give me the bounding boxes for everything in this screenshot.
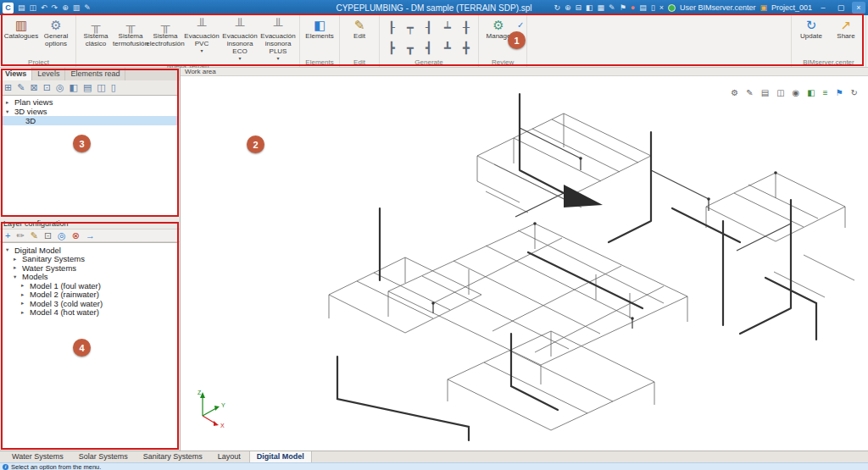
tab-views[interactable]: Views: [0, 68, 32, 80]
update-button[interactable]: ↻ Update: [794, 17, 828, 48]
manage-icon: ⚙: [492, 17, 504, 33]
sistema-termofusion-button[interactable]: ╥ Sistema termofusión: [114, 17, 147, 48]
monitor-view-icon[interactable]: ▯: [111, 82, 116, 93]
cube-icon[interactable]: ◧: [586, 3, 593, 12]
chevron-down-icon[interactable]: ▾: [238, 56, 241, 62]
chevron-down-icon[interactable]: ▾: [6, 108, 12, 115]
generate-pipe-button[interactable]: ┫: [426, 41, 432, 54]
record-icon[interactable]: ●: [631, 3, 635, 12]
window-view-icon[interactable]: ◫: [97, 82, 105, 93]
open-icon[interactable]: ◫: [30, 3, 37, 12]
tree-item-model-3[interactable]: ▸ Model 3 (cold water): [3, 299, 177, 308]
edit-icon[interactable]: ✎: [84, 3, 91, 12]
tab-layout[interactable]: Layout: [211, 451, 248, 462]
chevron-right-icon[interactable]: ▸: [14, 256, 19, 263]
annotate-icon[interactable]: ✎: [609, 3, 615, 12]
close-button[interactable]: ×: [852, 2, 865, 14]
manage-button[interactable]: ⚙ Manage: [481, 17, 515, 48]
edit-layer-icon[interactable]: ✎: [31, 230, 38, 241]
review-check-icon[interactable]: ✓: [517, 35, 524, 44]
application-window: C ▤ ◫ ↶ ↷ ⊕ ▥ ✎ CYPEPLUMBING - DM sample…: [0, 0, 868, 470]
tree-item-model-2[interactable]: ▸ Model 2 (rainwater): [3, 290, 177, 300]
tree-item-plan-views[interactable]: ▸ Plan views: [3, 97, 177, 107]
general-options-button[interactable]: ⚙ General options: [39, 17, 73, 48]
sheet-icon[interactable]: ▤: [639, 3, 647, 12]
tab-digital-model[interactable]: Digital Model: [249, 451, 312, 462]
sistema-electrofusion-button[interactable]: ╥ Sistema electrofusión: [148, 17, 182, 48]
chevron-right-icon[interactable]: ▸: [21, 282, 27, 289]
print-view-icon[interactable]: ▤: [83, 82, 92, 93]
tab-sanitary-systems[interactable]: Sanitary Systems: [136, 451, 209, 462]
drawing-canvas[interactable]: ⚙ ✎ ▤ ◫ ◉ ◧ ≡ ⚑ ↻: [181, 76, 868, 451]
share-button[interactable]: ↗ Share: [829, 17, 863, 48]
app-logo-icon[interactable]: C: [3, 3, 14, 14]
chevron-down-icon[interactable]: ▾: [200, 48, 203, 54]
sistema-clasico-button[interactable]: ╥ Sistema clásico: [79, 17, 113, 48]
chevron-right-icon[interactable]: ▸: [21, 309, 27, 316]
evacuacion-eco-button[interactable]: ╨ Evacuación insonora ECO ▾: [221, 17, 259, 62]
chevron-right-icon[interactable]: ▸: [6, 99, 12, 106]
new-view-icon[interactable]: ⊞: [4, 82, 12, 93]
evacuacion-plus-button[interactable]: ╨ Evacuación insonora PLUS ▾: [259, 17, 297, 62]
tab-water-systems[interactable]: Water Systems: [5, 451, 70, 462]
erase-layer-icon[interactable]: ✏: [16, 230, 24, 241]
chevron-down-icon[interactable]: ▾: [14, 274, 19, 280]
delete-layer-icon[interactable]: ⊗: [72, 230, 80, 241]
print-icon[interactable]: ▥: [73, 3, 81, 12]
duplicate-layer-icon[interactable]: ⊡: [44, 230, 52, 241]
generate-pipe-button[interactable]: ┳: [407, 41, 414, 54]
project-label[interactable]: Project_001: [771, 3, 812, 12]
add-layer-icon[interactable]: +: [5, 230, 10, 241]
generate-pipe-button[interactable]: ┷: [444, 21, 451, 34]
chevron-right-icon[interactable]: ▸: [21, 291, 27, 298]
edit-button[interactable]: ✎ Edit: [342, 17, 376, 48]
review-check-icon[interactable]: ✓: [517, 20, 524, 30]
generate-pipe-button[interactable]: ┣: [388, 41, 395, 54]
redo-icon[interactable]: ↷: [52, 3, 58, 12]
search-icon[interactable]: ⊕: [565, 3, 571, 12]
save-icon[interactable]: ▤: [18, 3, 25, 12]
undo-icon[interactable]: ↶: [41, 3, 47, 12]
duplicate-view-icon[interactable]: ⊡: [43, 82, 51, 93]
window-icon[interactable]: ▯: [651, 3, 655, 12]
chevron-down-icon[interactable]: ▾: [276, 56, 279, 62]
evacuacion-pvc-button[interactable]: ╨ Evacuación PVC ▾: [183, 17, 220, 54]
delete-view-icon[interactable]: ⊠: [30, 82, 37, 93]
generate-pipe-button[interactable]: ╋: [463, 41, 470, 54]
tree-item-digital-model[interactable]: ▾ Digital Model: [3, 246, 177, 255]
tree-item-models[interactable]: ▾ Models: [3, 273, 177, 282]
tab-solar-systems[interactable]: Solar Systems: [72, 451, 135, 462]
elements-button[interactable]: ◧ Elements: [303, 17, 337, 48]
move-layer-icon[interactable]: →: [86, 230, 95, 241]
grid-icon[interactable]: ▦: [598, 3, 605, 12]
generate-pipe-button[interactable]: ╂: [463, 21, 470, 34]
tree-item-model-1[interactable]: ▸ Model 1 (foul water): [3, 281, 177, 290]
zoom-icon[interactable]: ⊕: [62, 3, 69, 12]
configure-layer-icon[interactable]: ◎: [58, 230, 66, 241]
camera-view-icon[interactable]: ◎: [56, 82, 64, 93]
close-view-icon[interactable]: ×: [659, 3, 664, 12]
chevron-right-icon[interactable]: ▸: [21, 300, 27, 307]
chevron-right-icon[interactable]: ▸: [14, 264, 19, 271]
tab-elements-read[interactable]: Elements read: [65, 68, 125, 80]
maximize-button[interactable]: ▢: [834, 2, 848, 14]
catalogues-button[interactable]: ▥ Catalogues: [4, 17, 38, 48]
view-3d-icon[interactable]: ◧: [69, 82, 77, 93]
tree-item-3d-views[interactable]: ▾ 3D views: [3, 107, 177, 116]
generate-pipe-button[interactable]: ┻: [444, 41, 451, 54]
panel-icon[interactable]: ⊟: [576, 3, 582, 12]
user-label[interactable]: User BIMserver.center: [680, 3, 756, 12]
tree-item-sanitary-systems[interactable]: ▸ Sanitary Systems: [3, 255, 177, 264]
generate-pipe-button[interactable]: ┠: [388, 21, 395, 34]
generate-pipe-button[interactable]: ┯: [407, 21, 414, 34]
flag-icon[interactable]: ⚑: [620, 3, 626, 12]
generate-pipe-button[interactable]: ┨: [426, 21, 432, 34]
tab-levels[interactable]: Levels: [32, 68, 65, 80]
tree-item-model-4[interactable]: ▸ Model 4 (hot water): [3, 308, 177, 318]
chevron-down-icon[interactable]: ▾: [6, 246, 12, 253]
tree-item-3d[interactable]: 3D: [3, 116, 177, 125]
minimize-button[interactable]: –: [816, 2, 830, 14]
refresh-icon[interactable]: ↻: [554, 3, 560, 12]
edit-view-icon[interactable]: ✎: [17, 82, 25, 93]
tree-item-water-systems[interactable]: ▸ Water Systems: [3, 263, 177, 273]
